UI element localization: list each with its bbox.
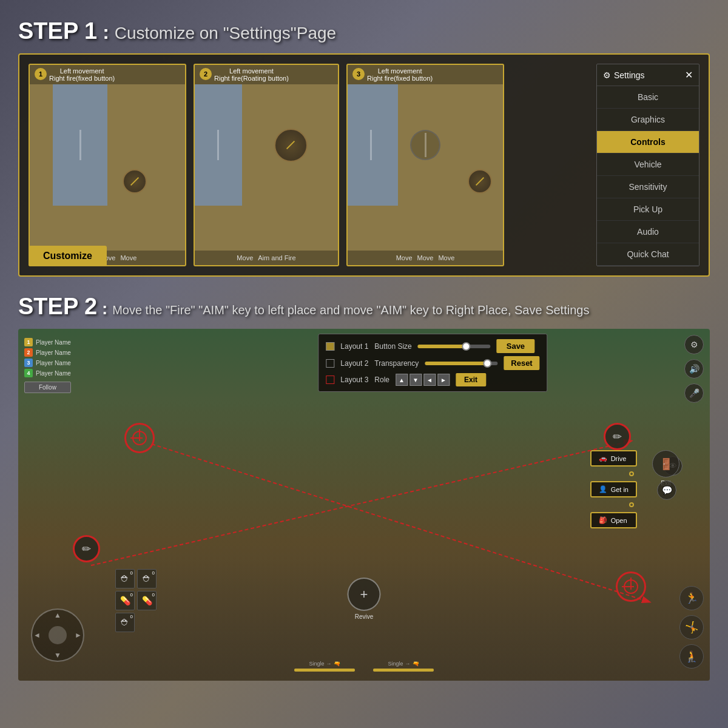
weapon1-arrow: → xyxy=(326,661,332,667)
layout-item-3[interactable]: 3 Left movement Right fire(fixed button) xyxy=(346,64,504,266)
dpad-right: ► xyxy=(75,631,82,639)
settings-menu-quickchat[interactable]: Quick Chat xyxy=(597,243,699,266)
settings-menu-vehicle[interactable]: Vehicle xyxy=(597,153,699,176)
crosshair-inner-right xyxy=(624,579,638,594)
transparency-label: Transparency xyxy=(374,359,419,368)
kit-item-2[interactable]: ⛑0 xyxy=(137,569,157,588)
weapon2-label: Single → 🔫 xyxy=(388,661,419,667)
settings-menu-controls[interactable]: Controls xyxy=(597,131,699,153)
svg-line-1 xyxy=(91,441,631,565)
transparency-slider[interactable] xyxy=(425,362,497,365)
settings-title: ⚙ Settings xyxy=(603,70,645,80)
dpad-up: ▲ xyxy=(54,611,61,619)
layout2-needle xyxy=(286,141,295,149)
revive-label: Revive xyxy=(355,613,374,620)
layout3-row: Layout 3 Role ▲ ▼ ◄ ► Exit xyxy=(326,373,539,386)
kit5-count: 0 xyxy=(130,614,133,619)
settings-menu-audio[interactable]: Audio xyxy=(597,221,699,243)
layout1-label3: Move xyxy=(120,254,136,261)
role-arrows: ▲ ▼ ◄ ► xyxy=(396,374,450,386)
layout2-joystick xyxy=(274,129,308,162)
layout-item-2[interactable]: 2 Left movement Right fire(Roating butto… xyxy=(194,64,339,266)
weapon1-icon: 🔫 xyxy=(334,661,340,667)
settings-close-button[interactable]: ✕ xyxy=(685,69,693,81)
mic-icon[interactable]: 🎤 xyxy=(684,383,704,403)
settings-menu-pickup[interactable]: Pick Up xyxy=(597,198,699,221)
revive-button[interactable]: + Revive xyxy=(348,578,381,620)
layout-item-1[interactable]: 1 Left movement Right fire(fixed button) xyxy=(29,64,186,266)
open-label: Open xyxy=(611,517,627,524)
getin-icon: 👤 xyxy=(599,485,607,493)
right-icons: ⚙ 🔊 🎤 xyxy=(684,335,704,403)
role-down-btn[interactable]: ▼ xyxy=(410,374,422,386)
follow-button[interactable]: Follow xyxy=(24,382,71,393)
run-icon[interactable]: 🏃 xyxy=(679,586,704,610)
layout1-joystick xyxy=(123,169,147,194)
player1-num: 1 xyxy=(24,338,33,346)
settings-menu-graphics[interactable]: Graphics xyxy=(597,109,699,131)
exit-game-icon[interactable]: 🚪 xyxy=(652,450,679,477)
layout3-joystick xyxy=(468,169,492,194)
drive-button[interactable]: 🚗 Drive xyxy=(590,450,637,467)
layout3-labels: Move Move Move xyxy=(348,251,503,265)
dpad-left: ◄ xyxy=(33,631,41,639)
crosshair-left xyxy=(124,423,155,453)
button-size-slider[interactable] xyxy=(418,345,491,348)
transparency-slider-dot xyxy=(484,359,492,368)
weapon1-label: Single → 🔫 xyxy=(309,661,340,667)
settings-game-icon[interactable]: ⚙ xyxy=(684,335,704,354)
kit1-count: 0 xyxy=(130,570,133,576)
kit-item-4[interactable]: 💊0 xyxy=(137,591,157,610)
layout2-checkbox[interactable] xyxy=(326,359,334,368)
crosshair-outer-right xyxy=(616,571,646,602)
prone-icon[interactable]: 🤸 xyxy=(679,615,704,639)
layout3-label3: Move xyxy=(438,254,454,261)
player4-name: Player Name xyxy=(36,370,71,377)
layouts-container: 1 Left movement Right fire(fixed button) xyxy=(29,64,590,266)
weapon2-arrow: → xyxy=(405,661,411,667)
player3-num: 3 xyxy=(24,359,33,367)
sound-icon[interactable]: 🔊 xyxy=(684,359,704,379)
role-up-btn[interactable]: ▲ xyxy=(396,374,408,386)
step1-header: STEP 1 : Customize on "Settings"Page xyxy=(18,18,710,44)
layout3-title: 3 Left movement Right fire(fixed button) xyxy=(348,65,503,84)
layout1-line2: Right fire(fixed button) xyxy=(49,75,115,82)
edit-icon-left[interactable]: ✏ xyxy=(73,535,100,562)
kit-item-3[interactable]: 💊0 xyxy=(115,591,135,610)
settings-menu-sensitivity[interactable]: Sensitivity xyxy=(597,176,699,198)
player4-num: 4 xyxy=(24,369,33,377)
weapon2-mode: Single xyxy=(388,661,403,667)
layout2-row: Layout 2 Transparency Reset xyxy=(326,356,539,370)
control-panel: Layout 1 Button Size Save Layout 2 Trans… xyxy=(318,334,547,392)
dpad-inner xyxy=(49,626,67,644)
exit-panel-button[interactable]: Exit xyxy=(456,373,486,386)
reset-button[interactable]: Reset xyxy=(504,356,539,370)
player-list: 1 Player Name 2 Player Name 3 Player Nam… xyxy=(24,338,71,393)
player-item-2: 2 Player Name xyxy=(24,348,71,357)
open-button[interactable]: 🎒 Open xyxy=(590,512,637,528)
layout1-checkbox[interactable] xyxy=(326,342,334,351)
layout3-checkbox[interactable] xyxy=(326,376,334,384)
chat-icon[interactable]: 💬 xyxy=(657,480,676,500)
weapon1-mode: Single xyxy=(309,661,324,667)
step2-panel: 1 Player Name 2 Player Name 3 Player Nam… xyxy=(18,329,710,681)
edit-icon-right[interactable]: ✏ xyxy=(604,423,631,450)
layout2-line2: Right fire(Roating button) xyxy=(214,75,289,82)
layout2-screen-left xyxy=(194,84,242,206)
kit-item-1[interactable]: ⛑0 xyxy=(115,569,135,588)
customize-button[interactable]: Customize xyxy=(29,246,107,266)
kit-item-5[interactable]: ⛑0 xyxy=(115,613,135,632)
step1-panel: 1 Left movement Right fire(fixed button) xyxy=(18,53,710,277)
open-icon: 🎒 xyxy=(599,516,607,524)
getin-button[interactable]: 👤 Get in xyxy=(590,481,637,497)
crouch-icon[interactable]: 🧎 xyxy=(679,644,704,669)
role-left-btn[interactable]: ◄ xyxy=(423,374,436,386)
revive-circle: + xyxy=(348,578,381,611)
layout3-aim-button xyxy=(410,130,440,160)
save-button[interactable]: Save xyxy=(497,339,534,353)
dpad[interactable]: ▲ ▼ ◄ ► xyxy=(30,608,85,662)
settings-title-text: Settings xyxy=(614,70,645,80)
settings-menu-basic[interactable]: Basic xyxy=(597,86,699,109)
layout2-label1: Move xyxy=(237,254,253,261)
role-right-btn[interactable]: ► xyxy=(437,374,450,386)
